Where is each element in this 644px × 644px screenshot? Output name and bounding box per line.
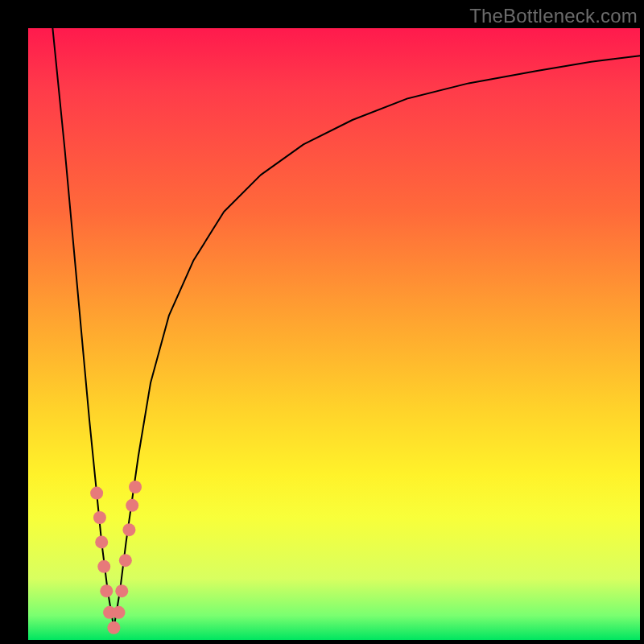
curve-layer (28, 28, 640, 640)
marker-dot (90, 487, 103, 500)
chart-frame: TheBottleneck.com (0, 0, 644, 644)
marker-dot (115, 584, 128, 597)
marker-dot (95, 535, 108, 548)
marker-dot (119, 554, 132, 567)
marker-dot (97, 560, 110, 573)
marker-dot (129, 481, 142, 493)
watermark-text: TheBottleneck.com (469, 5, 638, 27)
marker-dot (100, 584, 113, 597)
marker-dot (112, 606, 125, 619)
curve-right-branch (114, 56, 640, 628)
marker-dot (126, 499, 138, 512)
marker-dot (107, 621, 120, 634)
plot-area (28, 28, 640, 640)
marker-dot (122, 523, 135, 536)
marker-dot (93, 511, 106, 524)
